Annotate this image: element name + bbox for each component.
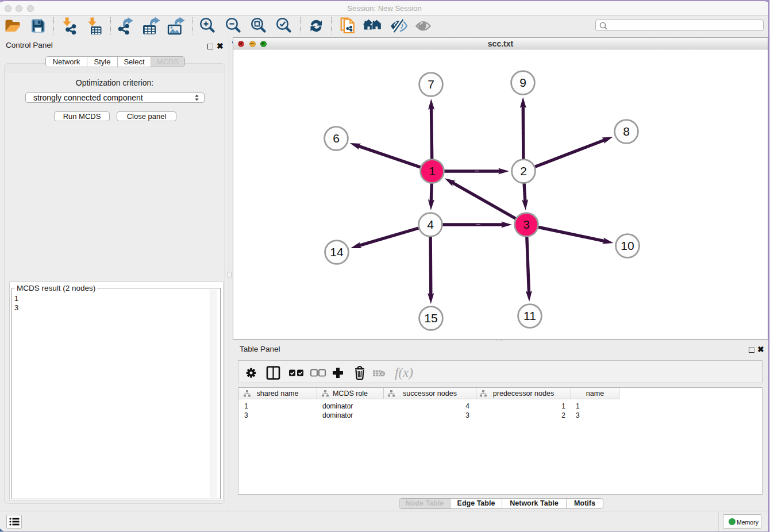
svg-text:1: 1 bbox=[429, 164, 436, 178]
svg-text:3: 3 bbox=[523, 218, 530, 231]
svg-text:f(x): f(x) bbox=[395, 365, 413, 380]
svg-text:7: 7 bbox=[428, 78, 434, 91]
svg-text:8: 8 bbox=[623, 125, 630, 138]
svg-text:6: 6 bbox=[333, 132, 340, 145]
svg-text:4: 4 bbox=[427, 218, 434, 231]
svg-text:2: 2 bbox=[520, 164, 527, 178]
svg-text:10: 10 bbox=[621, 239, 634, 252]
svg-text:15: 15 bbox=[424, 311, 437, 325]
svg-text:9: 9 bbox=[519, 76, 526, 89]
svg-text:14: 14 bbox=[330, 245, 344, 259]
svg-text:11: 11 bbox=[523, 309, 536, 322]
